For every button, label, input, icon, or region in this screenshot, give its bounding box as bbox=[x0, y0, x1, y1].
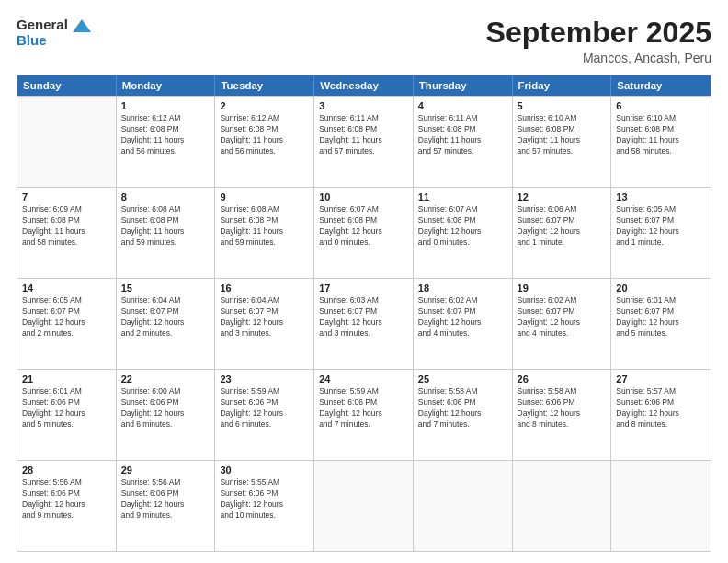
calendar-header: SundayMondayTuesdayWednesdayThursdayFrid… bbox=[17, 75, 711, 96]
month-title: September 2025 bbox=[486, 17, 711, 49]
day-details: Sunrise: 6:04 AMSunset: 6:07 PMDaylight:… bbox=[220, 295, 309, 339]
day-cell-17: 17Sunrise: 6:03 AMSunset: 6:07 PMDayligh… bbox=[314, 279, 414, 369]
calendar: SundayMondayTuesdayWednesdayThursdayFrid… bbox=[17, 75, 711, 552]
day-details: Sunrise: 6:01 AMSunset: 6:07 PMDaylight:… bbox=[616, 295, 706, 339]
day-cell-25: 25Sunrise: 5:58 AMSunset: 6:06 PMDayligh… bbox=[414, 370, 513, 460]
day-of-week-saturday: Saturday bbox=[611, 75, 711, 96]
calendar-body: 1Sunrise: 6:12 AMSunset: 6:08 PMDaylight… bbox=[17, 96, 711, 551]
day-of-week-thursday: Thursday bbox=[414, 75, 513, 96]
day-cell-6: 6Sunrise: 6:10 AMSunset: 6:08 PMDaylight… bbox=[611, 97, 711, 187]
day-number: 21 bbox=[22, 373, 111, 385]
day-of-week-tuesday: Tuesday bbox=[215, 75, 314, 96]
calendar-row-2: 7Sunrise: 6:09 AMSunset: 6:08 PMDaylight… bbox=[17, 187, 711, 278]
day-number: 1 bbox=[121, 100, 210, 111]
empty-cell bbox=[611, 461, 711, 551]
empty-cell bbox=[414, 461, 513, 551]
day-number: 17 bbox=[319, 282, 408, 293]
day-cell-14: 14Sunrise: 6:05 AMSunset: 6:07 PMDayligh… bbox=[17, 279, 117, 369]
day-cell-30: 30Sunrise: 5:55 AMSunset: 6:06 PMDayligh… bbox=[215, 461, 314, 551]
header: General Blue September 2025 Mancos, Anca… bbox=[17, 17, 711, 65]
day-number: 15 bbox=[121, 282, 210, 293]
day-cell-18: 18Sunrise: 6:02 AMSunset: 6:07 PMDayligh… bbox=[414, 279, 513, 369]
day-cell-13: 13Sunrise: 6:05 AMSunset: 6:07 PMDayligh… bbox=[611, 188, 711, 278]
calendar-row-3: 14Sunrise: 6:05 AMSunset: 6:07 PMDayligh… bbox=[17, 278, 711, 369]
day-details: Sunrise: 6:01 AMSunset: 6:06 PMDaylight:… bbox=[22, 386, 111, 431]
day-cell-23: 23Sunrise: 5:59 AMSunset: 6:06 PMDayligh… bbox=[215, 370, 314, 460]
day-cell-22: 22Sunrise: 6:00 AMSunset: 6:06 PMDayligh… bbox=[117, 370, 216, 460]
day-details: Sunrise: 5:57 AMSunset: 6:06 PMDaylight:… bbox=[616, 386, 706, 431]
day-details: Sunrise: 5:56 AMSunset: 6:06 PMDaylight:… bbox=[22, 477, 111, 522]
day-details: Sunrise: 6:07 AMSunset: 6:08 PMDaylight:… bbox=[418, 204, 507, 248]
empty-cell bbox=[513, 461, 612, 551]
day-cell-1: 1Sunrise: 6:12 AMSunset: 6:08 PMDaylight… bbox=[117, 97, 216, 187]
calendar-row-1: 1Sunrise: 6:12 AMSunset: 6:08 PMDaylight… bbox=[17, 96, 711, 187]
day-number: 11 bbox=[418, 191, 507, 202]
day-cell-2: 2Sunrise: 6:12 AMSunset: 6:08 PMDaylight… bbox=[215, 97, 314, 187]
day-details: Sunrise: 6:02 AMSunset: 6:07 PMDaylight:… bbox=[518, 295, 607, 339]
day-number: 2 bbox=[220, 100, 309, 111]
day-number: 8 bbox=[121, 191, 210, 202]
day-number: 20 bbox=[616, 282, 706, 293]
day-details: Sunrise: 6:03 AMSunset: 6:07 PMDaylight:… bbox=[319, 295, 408, 339]
day-cell-29: 29Sunrise: 5:56 AMSunset: 6:06 PMDayligh… bbox=[117, 461, 216, 551]
day-details: Sunrise: 5:56 AMSunset: 6:06 PMDaylight:… bbox=[121, 477, 210, 522]
day-details: Sunrise: 5:58 AMSunset: 6:06 PMDaylight:… bbox=[418, 386, 507, 431]
day-details: Sunrise: 6:10 AMSunset: 6:08 PMDaylight:… bbox=[518, 113, 607, 157]
title-block: September 2025 Mancos, Ancash, Peru bbox=[486, 17, 711, 65]
day-details: Sunrise: 6:05 AMSunset: 6:07 PMDaylight:… bbox=[616, 204, 706, 248]
day-cell-15: 15Sunrise: 6:04 AMSunset: 6:07 PMDayligh… bbox=[117, 279, 216, 369]
day-cell-9: 9Sunrise: 6:08 AMSunset: 6:08 PMDaylight… bbox=[215, 188, 314, 278]
day-number: 16 bbox=[220, 282, 309, 293]
day-number: 6 bbox=[616, 100, 706, 111]
day-details: Sunrise: 5:59 AMSunset: 6:06 PMDaylight:… bbox=[220, 386, 309, 431]
day-cell-5: 5Sunrise: 6:10 AMSunset: 6:08 PMDaylight… bbox=[513, 97, 612, 187]
day-details: Sunrise: 5:58 AMSunset: 6:06 PMDaylight:… bbox=[518, 386, 607, 431]
calendar-row-4: 21Sunrise: 6:01 AMSunset: 6:06 PMDayligh… bbox=[17, 369, 711, 460]
day-cell-8: 8Sunrise: 6:08 AMSunset: 6:08 PMDaylight… bbox=[117, 188, 216, 278]
day-number: 12 bbox=[518, 191, 607, 202]
day-number: 24 bbox=[319, 373, 408, 385]
day-details: Sunrise: 6:09 AMSunset: 6:08 PMDaylight:… bbox=[22, 204, 111, 248]
day-cell-20: 20Sunrise: 6:01 AMSunset: 6:07 PMDayligh… bbox=[611, 279, 711, 369]
day-cell-26: 26Sunrise: 5:58 AMSunset: 6:06 PMDayligh… bbox=[513, 370, 612, 460]
day-number: 27 bbox=[616, 373, 706, 385]
page: General Blue September 2025 Mancos, Anca… bbox=[0, 0, 728, 563]
day-cell-21: 21Sunrise: 6:01 AMSunset: 6:06 PMDayligh… bbox=[17, 370, 117, 460]
day-cell-3: 3Sunrise: 6:11 AMSunset: 6:08 PMDaylight… bbox=[314, 97, 414, 187]
day-details: Sunrise: 6:07 AMSunset: 6:08 PMDaylight:… bbox=[319, 204, 408, 248]
day-of-week-wednesday: Wednesday bbox=[314, 75, 414, 96]
day-details: Sunrise: 6:06 AMSunset: 6:07 PMDaylight:… bbox=[518, 204, 607, 248]
day-of-week-friday: Friday bbox=[513, 75, 612, 96]
location: Mancos, Ancash, Peru bbox=[486, 51, 711, 65]
day-number: 18 bbox=[418, 282, 507, 293]
day-cell-4: 4Sunrise: 6:11 AMSunset: 6:08 PMDaylight… bbox=[414, 97, 513, 187]
day-number: 4 bbox=[418, 100, 507, 111]
day-details: Sunrise: 6:08 AMSunset: 6:08 PMDaylight:… bbox=[121, 204, 210, 248]
day-details: Sunrise: 6:11 AMSunset: 6:08 PMDaylight:… bbox=[418, 113, 507, 157]
day-number: 13 bbox=[616, 191, 706, 202]
logo: General Blue bbox=[17, 17, 91, 49]
day-cell-27: 27Sunrise: 5:57 AMSunset: 6:06 PMDayligh… bbox=[611, 370, 711, 460]
empty-cell bbox=[314, 461, 414, 551]
day-details: Sunrise: 6:04 AMSunset: 6:07 PMDaylight:… bbox=[121, 295, 210, 339]
day-number: 28 bbox=[22, 465, 111, 476]
calendar-row-5: 28Sunrise: 5:56 AMSunset: 6:06 PMDayligh… bbox=[17, 460, 711, 551]
day-number: 30 bbox=[220, 465, 309, 476]
day-details: Sunrise: 6:12 AMSunset: 6:08 PMDaylight:… bbox=[220, 113, 309, 157]
day-details: Sunrise: 5:55 AMSunset: 6:06 PMDaylight:… bbox=[220, 477, 309, 522]
day-details: Sunrise: 6:00 AMSunset: 6:06 PMDaylight:… bbox=[121, 386, 210, 431]
day-cell-12: 12Sunrise: 6:06 AMSunset: 6:07 PMDayligh… bbox=[513, 188, 612, 278]
empty-cell bbox=[17, 97, 117, 187]
day-number: 23 bbox=[220, 373, 309, 385]
day-number: 7 bbox=[22, 191, 111, 202]
day-cell-11: 11Sunrise: 6:07 AMSunset: 6:08 PMDayligh… bbox=[414, 188, 513, 278]
day-cell-16: 16Sunrise: 6:04 AMSunset: 6:07 PMDayligh… bbox=[215, 279, 314, 369]
day-cell-10: 10Sunrise: 6:07 AMSunset: 6:08 PMDayligh… bbox=[314, 188, 414, 278]
day-details: Sunrise: 6:05 AMSunset: 6:07 PMDaylight:… bbox=[22, 295, 111, 339]
day-number: 10 bbox=[319, 191, 408, 202]
day-number: 14 bbox=[22, 282, 111, 293]
day-number: 25 bbox=[418, 373, 507, 385]
day-number: 29 bbox=[121, 465, 210, 476]
day-cell-28: 28Sunrise: 5:56 AMSunset: 6:06 PMDayligh… bbox=[17, 461, 117, 551]
day-number: 26 bbox=[518, 373, 607, 385]
